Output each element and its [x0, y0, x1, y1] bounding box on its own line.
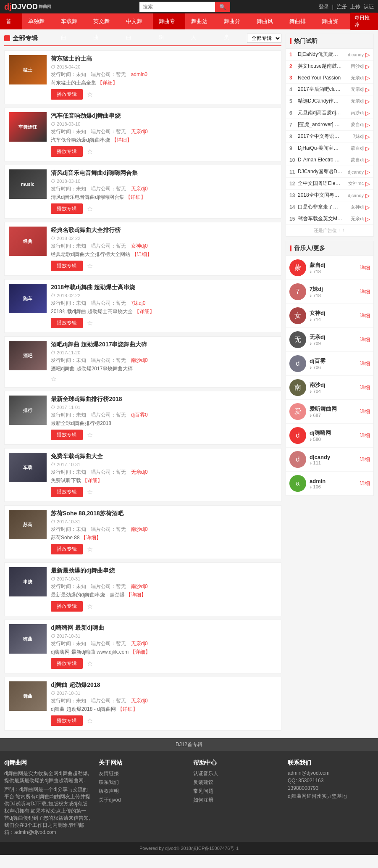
hot-item-title[interactable]: DjCaNdy优美旋律金中文... — [298, 51, 343, 58]
hot-item-title[interactable]: 2018全中文国粤语DjCand... — [298, 192, 343, 199]
play-album-button[interactable]: 播放专辑 — [51, 430, 83, 440]
upload-link[interactable]: 上传 — [350, 3, 360, 11]
hot-play-icon[interactable]: ▷ — [365, 204, 370, 211]
hot-item-title[interactable]: [蓝虎_androver] 天籁之... — [298, 121, 343, 128]
album-title[interactable]: 最新全球dj舞曲排行榜2018 — [51, 396, 277, 403]
album-title[interactable]: 最新最劲爆的dj舞曲串烧 — [51, 567, 277, 575]
hot-play-icon[interactable]: ▷ — [365, 169, 370, 175]
search-button[interactable]: 🔍 — [215, 2, 230, 12]
album-title[interactable]: dj嗨嗨网 最新dj嗨曲 — [51, 624, 277, 632]
footer-site-contact[interactable]: 联系我们 — [99, 779, 185, 786]
hot-play-icon[interactable]: ▷ — [365, 180, 370, 187]
footer-site-about[interactable]: 关于djvod — [99, 797, 185, 804]
hot-play-icon[interactable]: ▷ — [365, 192, 370, 199]
footer-help-feedback[interactable]: 反馈建议 — [193, 779, 279, 786]
musician-detail-link[interactable]: 详细 — [360, 384, 370, 391]
play-album-button[interactable]: 播放专辑 — [51, 601, 83, 612]
hot-play-icon[interactable]: ▷ — [365, 63, 370, 70]
album-detail-link[interactable]: 【详细】 — [82, 478, 102, 483]
album-title[interactable]: 荷东猛士的士高 — [51, 55, 277, 63]
nav-item-english[interactable]: 英文舞曲 — [87, 13, 120, 29]
album-title[interactable]: 清风dj音乐电音舞曲dj嗨嗨网合集 — [51, 169, 277, 177]
footer-help-register[interactable]: 如何注册 — [193, 797, 279, 804]
play-album-button[interactable]: 播放专辑 — [51, 544, 83, 554]
nav-item-car[interactable]: 车载舞曲 — [55, 13, 88, 29]
star-icon[interactable]: ☆ — [87, 717, 93, 725]
musician-name[interactable]: 蒙自dj — [310, 261, 360, 269]
hot-play-icon[interactable]: ▷ — [365, 74, 370, 81]
album-detail-link[interactable]: 【详细】 — [132, 251, 152, 257]
star-icon[interactable]: ☆ — [87, 262, 93, 270]
musician-detail-link[interactable]: 详细 — [360, 264, 370, 272]
musician-name[interactable]: 7妹dj — [310, 285, 360, 293]
nav-item-single[interactable]: 单独舞曲 — [22, 13, 55, 29]
play-album-button[interactable]: 播放专辑 — [51, 203, 83, 214]
hot-play-icon[interactable]: ▷ — [365, 51, 370, 58]
album-detail-link[interactable]: 【详细】 — [112, 137, 132, 143]
album-detail-link[interactable]: 【详细】 — [118, 706, 138, 712]
album-detail-link[interactable]: 【详细】 — [126, 194, 146, 200]
musician-name[interactable]: admin — [310, 478, 360, 484]
album-title[interactable]: dj舞曲 超劲爆2018 — [51, 681, 277, 689]
footer-site-links[interactable]: 友情链接 — [99, 770, 185, 777]
footer-site-copyright[interactable]: 版权声明 — [99, 788, 185, 795]
star-icon[interactable]: ☆ — [87, 488, 93, 496]
nav-item-home[interactable]: 首页 — [0, 13, 22, 29]
album-title[interactable]: 汽车低音响劲爆dj舞曲串烧 — [51, 112, 277, 120]
star-icon[interactable]: ☆ — [51, 375, 57, 383]
nav-item-master[interactable]: 舞曲达人 — [185, 13, 218, 29]
hot-item-title[interactable]: 2017皇后酒吧club下半场... — [298, 86, 343, 93]
musician-detail-link[interactable]: 详细 — [360, 288, 370, 295]
hot-item-title[interactable]: 元旦南dj高音质dj韩曲网 — [298, 109, 343, 116]
play-album-button[interactable]: 播放专辑 — [51, 658, 83, 669]
nav-item-chinese[interactable]: 中文舞曲 — [120, 13, 153, 29]
hot-play-icon[interactable]: ▷ — [365, 110, 370, 116]
login-link[interactable]: 登录 — [319, 3, 329, 11]
hot-play-icon[interactable]: ▷ — [365, 133, 370, 140]
musician-detail-link[interactable]: 详细 — [360, 408, 370, 415]
register-text[interactable]: 注册 — [337, 3, 347, 11]
musician-name[interactable]: dj百雾 — [310, 357, 360, 365]
footer-help-verify[interactable]: 认证音乐人 — [193, 770, 279, 777]
hot-play-icon[interactable]: ▷ — [365, 121, 370, 128]
hot-item-title[interactable]: 口是心非拿走了什么全中... — [298, 203, 343, 211]
hot-play-icon[interactable]: ▷ — [365, 216, 370, 222]
album-detail-link[interactable]: 【详细】 — [126, 592, 146, 598]
hot-item-title[interactable]: 2017全中文粤语串烧火碟 — [298, 133, 343, 140]
album-detail-link[interactable]: 【详细】 — [130, 649, 150, 655]
footer-help-faq[interactable]: 常见问题 — [193, 788, 279, 795]
album-title[interactable]: 免费车载dj舞曲大全 — [51, 453, 277, 460]
album-title[interactable]: 经典名歌dj舞曲大全排行榜 — [51, 227, 277, 234]
musician-detail-link[interactable]: 详细 — [360, 480, 370, 487]
album-detail-link[interactable]: 【详细】 — [134, 309, 155, 314]
daily-recommend-btn[interactable]: 每日推荐 — [350, 13, 378, 30]
nav-item-category[interactable]: 舞曲分类 — [218, 13, 251, 29]
nav-item-album[interactable]: 舞曲专辑 — [153, 13, 186, 29]
play-album-button[interactable]: 播放专辑 — [51, 318, 83, 328]
musician-name[interactable]: dj嗨嗨网 — [310, 429, 360, 437]
hot-item-title[interactable]: 英文house越南鼓上头旋... — [298, 63, 343, 70]
musician-detail-link[interactable]: 详细 — [360, 432, 370, 439]
search-input[interactable] — [139, 2, 215, 12]
musician-name[interactable]: djcandy — [310, 454, 360, 460]
hot-play-icon[interactable]: ▷ — [365, 157, 370, 164]
hot-item-title[interactable]: DJCandy国粤语DJCandy... — [298, 168, 343, 175]
musician-detail-link[interactable]: 详细 — [360, 360, 370, 367]
album-title[interactable]: 苏荷Sohe 88,2018苏荷酒吧 — [51, 510, 277, 517]
hot-item-title[interactable]: DjHaiQu-美闻宝仿时尚Sh... — [298, 145, 343, 152]
star-icon[interactable]: ☆ — [87, 90, 93, 98]
hot-play-icon[interactable]: ▷ — [365, 86, 370, 93]
nav-item-style[interactable]: 舞曲风格 — [251, 13, 284, 29]
album-detail-link[interactable]: 【详细】 — [81, 535, 101, 541]
star-icon[interactable]: ☆ — [87, 545, 93, 553]
register-link[interactable]: | — [332, 4, 333, 10]
star-icon[interactable]: ☆ — [87, 205, 93, 213]
musician-name[interactable]: 女神dj — [310, 309, 360, 317]
hot-item-title[interactable]: 驾舍车载金英文Mashup上... — [298, 215, 343, 222]
nav-item-news[interactable]: 舞曲资讯 — [316, 13, 349, 29]
hot-item-title[interactable]: 全中文国粤语ElectroHous... — [298, 180, 343, 187]
star-icon[interactable]: ☆ — [87, 431, 93, 439]
musician-detail-link[interactable]: 详细 — [360, 312, 370, 319]
album-title[interactable]: 酒吧dj舞曲 超劲爆2017串烧舞曲大碎 — [51, 341, 277, 348]
hot-item-title[interactable]: 精选DJCandy作品超强华... — [298, 98, 343, 105]
